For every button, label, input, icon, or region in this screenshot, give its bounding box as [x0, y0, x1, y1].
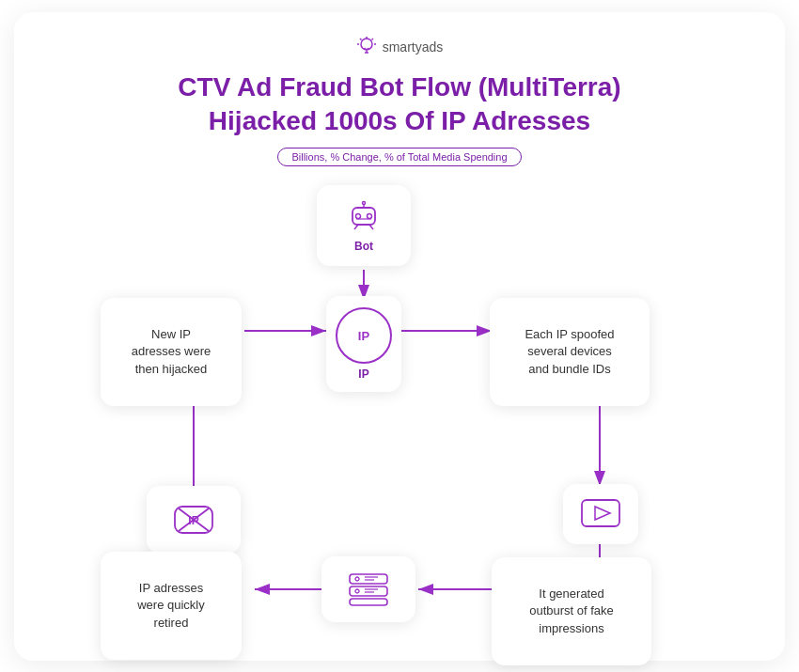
page: smartyads CTV Ad Fraud Bot Flow (MultiTe…	[14, 12, 785, 661]
bot-label: Bot	[354, 240, 373, 253]
crossed-ip-card: IP	[147, 486, 241, 554]
ip-retired-card: IP adresses were quickly retired	[101, 552, 242, 660]
svg-point-22	[363, 202, 366, 205]
ip-label: IP	[358, 367, 368, 381]
each-ip-card: Each IP spoofed several devices and bund…	[490, 298, 650, 406]
logo-icon	[356, 35, 377, 59]
ip-hijacked-text: New IP adresses were then hijacked	[114, 313, 228, 391]
svg-point-0	[361, 39, 372, 50]
svg-rect-30	[582, 500, 619, 526]
svg-point-19	[356, 214, 361, 219]
bot-icon	[345, 198, 383, 236]
server-icon	[344, 570, 393, 609]
logo: smartyads	[356, 35, 444, 59]
diagram: Bot IP IP New IP adresses were then hija…	[44, 185, 755, 637]
video-icon	[579, 497, 622, 531]
bot-card: Bot	[317, 185, 411, 266]
svg-point-36	[355, 589, 359, 593]
ip-icon: IP	[336, 307, 392, 364]
ip-hijacked-card: New IP adresses were then hijacked	[101, 298, 242, 406]
each-ip-text: Each IP spoofed several devices and bund…	[503, 313, 636, 391]
svg-rect-34	[350, 599, 387, 605]
page-title: CTV Ad Fraud Bot Flow (MultiTerra) Hijac…	[178, 70, 620, 139]
server-card	[321, 556, 415, 622]
svg-point-35	[355, 577, 359, 581]
ip-retired-text: IP adresses were quickly retired	[114, 567, 228, 645]
svg-marker-31	[595, 507, 610, 520]
svg-line-6	[360, 39, 362, 40]
impressions-card: It generated outburst of fake impression…	[492, 557, 651, 665]
subtitle-badge: Billions, % Change, % of Total Media Spe…	[277, 148, 521, 166]
ip-card: IP IP	[326, 296, 401, 392]
logo-text: smartyads	[383, 39, 444, 55]
impressions-text: It generated outburst of fake impression…	[505, 572, 638, 650]
svg-line-7	[371, 39, 373, 40]
crossed-ip-icon: IP	[169, 501, 218, 539]
svg-point-20	[368, 214, 372, 219]
video-card	[563, 484, 638, 544]
